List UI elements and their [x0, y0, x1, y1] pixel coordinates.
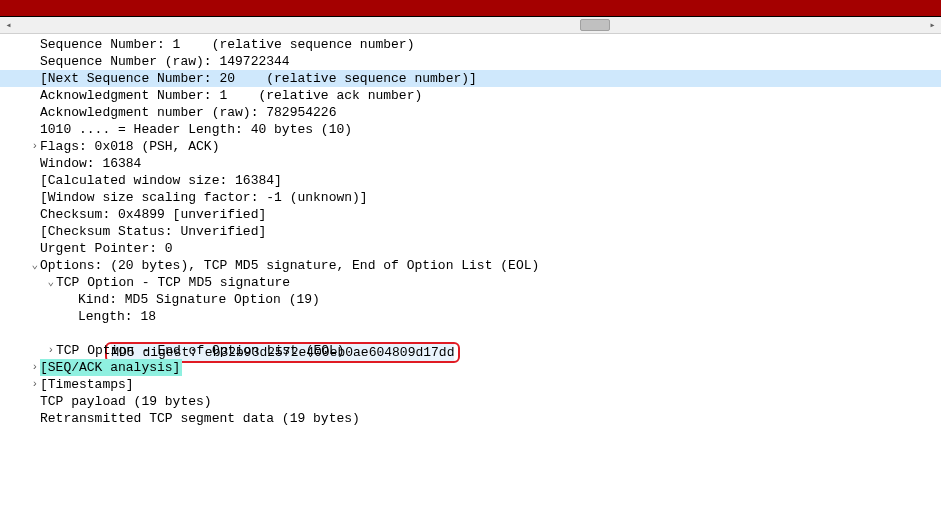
field-win-scale[interactable]: [Window size scaling factor: -1 (unknown… [0, 189, 941, 206]
chevron-down-icon[interactable]: ⌄ [0, 274, 56, 291]
field-seq-rel[interactable]: Sequence Number: 1 (relative sequence nu… [0, 36, 941, 53]
field-opt-md5-digest[interactable]: MD5 digest: eb32b93d2572e400eb0ae604809d… [0, 325, 941, 342]
field-checksum-status[interactable]: [Checksum Status: Unverified] [0, 223, 941, 240]
chevron-down-icon[interactable]: ⌄ [0, 257, 40, 274]
scroll-thumb[interactable] [580, 19, 610, 31]
field-opt-md5-len[interactable]: Length: 18 [0, 308, 941, 325]
chevron-right-icon[interactable]: › [0, 359, 40, 376]
packet-list-row[interactable]: 3 23.984000 10.1.12.1 10.1.12.2 TCP 93 [… [0, 0, 941, 17]
field-ack-raw[interactable]: Acknowledgment number (raw): 782954226 [0, 104, 941, 121]
field-options[interactable]: ⌄ Options: (20 bytes), TCP MD5 signature… [0, 257, 941, 274]
field-seqack[interactable]: › [SEQ/ACK analysis] [0, 359, 941, 376]
field-options-label: Options: (20 bytes), TCP MD5 signature, … [40, 257, 539, 274]
field-flags-label: Flags: 0x018 (PSH, ACK) [40, 138, 219, 155]
field-opt-eol-label: TCP Option - End of Option List (EOL) [56, 342, 345, 359]
field-timestamps[interactable]: › [Timestamps] [0, 376, 941, 393]
field-next-seq[interactable]: [Next Sequence Number: 20 (relative sequ… [0, 70, 941, 87]
field-retrans[interactable]: Retransmitted TCP segment data (19 bytes… [0, 410, 941, 427]
field-checksum[interactable]: Checksum: 0x4899 [unverified] [0, 206, 941, 223]
field-calc-window[interactable]: [Calculated window size: 16384] [0, 172, 941, 189]
field-urgent[interactable]: Urgent Pointer: 0 [0, 240, 941, 257]
packet-list-hscrollbar[interactable]: ◂ ▸ [0, 17, 941, 34]
field-payload[interactable]: TCP payload (19 bytes) [0, 393, 941, 410]
field-opt-md5-label: TCP Option - TCP MD5 signature [56, 274, 290, 291]
field-seq-raw[interactable]: Sequence Number (raw): 149722344 [0, 53, 941, 70]
packet-details-tree: Sequence Number: 1 (relative sequence nu… [0, 34, 941, 427]
scroll-right-icon[interactable]: ▸ [924, 17, 941, 34]
field-opt-md5[interactable]: ⌄ TCP Option - TCP MD5 signature [0, 274, 941, 291]
field-flags[interactable]: › Flags: 0x018 (PSH, ACK) [0, 138, 941, 155]
field-window[interactable]: Window: 16384 [0, 155, 941, 172]
field-opt-md5-kind[interactable]: Kind: MD5 Signature Option (19) [0, 291, 941, 308]
chevron-right-icon[interactable]: › [0, 376, 40, 393]
field-hdr-len[interactable]: 1010 .... = Header Length: 40 bytes (10) [0, 121, 941, 138]
field-timestamps-label: [Timestamps] [40, 376, 134, 393]
field-opt-eol[interactable]: › TCP Option - End of Option List (EOL) [0, 342, 941, 359]
chevron-right-icon[interactable]: › [0, 138, 40, 155]
scroll-left-icon[interactable]: ◂ [0, 17, 17, 34]
chevron-right-icon[interactable]: › [0, 342, 56, 359]
field-ack-rel[interactable]: Acknowledgment Number: 1 (relative ack n… [0, 87, 941, 104]
field-seqack-label: [SEQ/ACK analysis] [40, 359, 182, 376]
